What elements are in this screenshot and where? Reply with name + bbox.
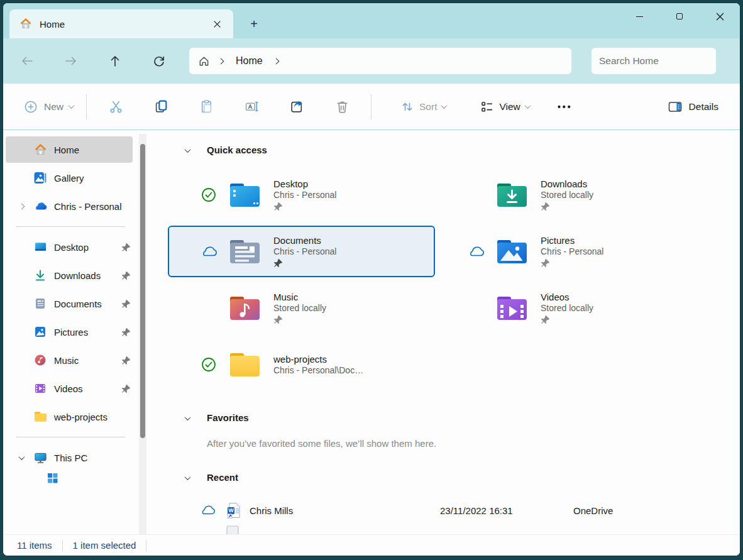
cloud-icon	[466, 246, 485, 257]
share-button[interactable]	[282, 93, 312, 121]
chevron-right-icon	[19, 203, 25, 209]
sync-ok-icon	[199, 187, 218, 202]
up-button[interactable]	[101, 48, 129, 74]
item-name: Videos	[541, 292, 593, 302]
sidebar-scrollbar[interactable]	[139, 134, 146, 534]
recent-file-row-partial[interactable]	[168, 524, 740, 534]
minimize-button[interactable]	[619, 3, 659, 30]
windows-drive-icon	[47, 473, 58, 484]
folder-icon	[33, 410, 47, 424]
sidebar-item-label: Downloads	[54, 270, 121, 281]
svg-text:W: W	[228, 507, 234, 513]
details-pane-icon	[668, 99, 683, 114]
paste-button[interactable]	[191, 93, 221, 121]
maximize-icon	[676, 13, 683, 19]
main-area: Home Gallery	[3, 130, 740, 534]
breadcrumb-item-home[interactable]: Home	[236, 55, 263, 67]
refresh-button[interactable]	[145, 48, 173, 74]
new-plus-icon	[23, 99, 38, 114]
tile-web-projects[interactable]: web-projects Chris - Personal\Doc…	[168, 339, 435, 390]
tile-videos[interactable]: Videos Stored locally	[435, 282, 702, 334]
new-button-label: New	[44, 101, 63, 113]
sort-button[interactable]: Sort	[394, 93, 453, 121]
pin-icon	[273, 202, 336, 211]
delete-button[interactable]	[327, 93, 357, 121]
command-toolbar: New	[3, 84, 740, 130]
tile-desktop[interactable]: Desktop Chris - Personal	[168, 169, 435, 221]
breadcrumb-chevron-icon[interactable]	[273, 58, 279, 64]
rename-button[interactable]	[236, 93, 267, 121]
sidebar-item-label: Documents	[54, 299, 121, 309]
chevron-down-icon	[185, 146, 191, 153]
item-location: Chris - Personal	[273, 190, 336, 200]
section-header-recent[interactable]: Recent	[168, 466, 740, 488]
recent-file-row[interactable]: W Chris Mills 23/11/2022 16:31 OneDrive	[168, 497, 740, 524]
recent-file-name: Chris Mills	[250, 505, 440, 516]
sidebar-item-partial[interactable]	[33, 473, 133, 484]
file-icon	[226, 525, 242, 534]
folder-icon	[227, 350, 262, 379]
item-name: web-projects	[273, 354, 363, 365]
maximize-button[interactable]	[659, 3, 700, 30]
breadcrumb-chevron-icon[interactable]	[218, 58, 224, 64]
pin-icon	[121, 356, 131, 365]
pin-icon	[121, 384, 131, 393]
tile-music[interactable]: Music Stored locally	[168, 282, 435, 334]
details-button[interactable]: Details	[660, 93, 726, 121]
tab-label: Home	[40, 19, 208, 30]
breadcrumb-home-icon[interactable]	[198, 55, 210, 67]
tab-bar: Home +	[3, 3, 740, 38]
item-name: Music	[273, 292, 326, 302]
documents-folder-icon	[227, 237, 262, 266]
sidebar-item-label: Videos	[54, 383, 121, 394]
forward-button[interactable]	[57, 48, 85, 74]
view-button-label: View	[499, 101, 520, 113]
onedrive-icon	[33, 199, 47, 213]
cut-button[interactable]	[101, 93, 131, 121]
copy-button[interactable]	[146, 93, 176, 121]
sidebar-item-home[interactable]: Home	[6, 136, 133, 163]
tile-downloads[interactable]: Downloads Stored locally	[435, 169, 702, 221]
new-tab-button[interactable]: +	[243, 13, 265, 35]
sidebar-item-gallery[interactable]: Gallery	[6, 165, 133, 191]
section-header-quick-access[interactable]: Quick access	[168, 139, 740, 160]
close-button[interactable]	[700, 3, 740, 30]
sidebar-item-web-projects[interactable]: web-projects	[6, 404, 133, 430]
sidebar-item-desktop[interactable]: Desktop	[6, 234, 133, 260]
pin-icon	[121, 243, 131, 252]
sidebar-item-videos[interactable]: Videos	[6, 375, 133, 402]
videos-folder-icon	[494, 294, 529, 322]
sidebar-item-pictures[interactable]: Pictures	[6, 319, 133, 345]
this-pc-icon	[33, 451, 47, 464]
sidebar-item-documents[interactable]: Documents	[6, 290, 133, 317]
file-explorer-window: Home +	[3, 3, 740, 556]
scrollbar-thumb[interactable]	[140, 144, 145, 438]
tile-pictures[interactable]: Pictures Chris - Personal	[435, 226, 702, 277]
see-more-button[interactable]: •••	[550, 93, 580, 121]
item-name: Downloads	[541, 178, 593, 189]
tab-home[interactable]: Home	[9, 9, 233, 38]
copy-icon	[154, 99, 168, 114]
new-button[interactable]: New	[17, 93, 80, 121]
status-divider	[146, 540, 146, 551]
tab-close-icon[interactable]	[208, 15, 226, 33]
back-button[interactable]	[13, 48, 41, 74]
sidebar-item-onedrive[interactable]: Chris - Personal	[6, 193, 133, 219]
cloud-icon	[198, 505, 217, 515]
section-header-favorites[interactable]: Favorites	[168, 407, 740, 428]
sidebar-item-downloads[interactable]: Downloads	[6, 262, 133, 288]
window-controls	[619, 3, 740, 32]
sidebar-item-label: This PC	[54, 453, 133, 463]
toolbar-divider	[86, 94, 87, 119]
search-input[interactable]	[599, 55, 725, 67]
address-bar[interactable]: Home	[189, 48, 571, 74]
tile-documents[interactable]: Documents Chris - Personal	[168, 226, 435, 277]
navigation-bar: Home	[3, 38, 740, 84]
view-button[interactable]: View	[474, 93, 536, 121]
item-location: Chris - Personal\Doc…	[273, 365, 363, 375]
sidebar-item-music[interactable]: Music	[6, 347, 133, 373]
sidebar-item-label: Gallery	[54, 173, 133, 184]
item-name: Pictures	[541, 235, 603, 246]
favorites-empty-text: After you’ve favorited some files, we’ll…	[207, 438, 740, 449]
sidebar-item-this-pc[interactable]: This PC	[6, 444, 133, 471]
